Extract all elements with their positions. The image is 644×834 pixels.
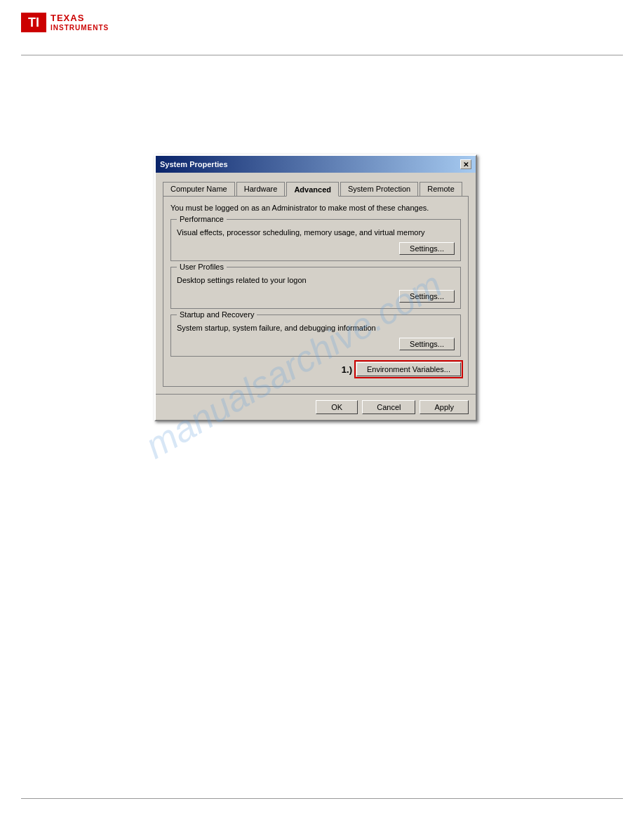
dialog-body: Computer Name Hardware Advanced System P…: [156, 173, 476, 394]
user-profiles-section: User Profiles Desktop settings related t…: [170, 267, 461, 309]
performance-desc: Visual effects, processor scheduling, me…: [177, 228, 455, 237]
top-divider: [21, 55, 623, 55]
tab-computer-name[interactable]: Computer Name: [163, 182, 235, 197]
step-label: 1.): [342, 364, 352, 375]
bottom-divider: [21, 798, 623, 799]
svg-text:TI: TI: [28, 15, 39, 29]
tab-content: You must be logged on as an Administrato…: [163, 196, 469, 387]
performance-legend: Performance: [177, 215, 227, 223]
system-properties-dialog: System Properties ✕ Computer Name Hardwa…: [154, 154, 477, 421]
environment-variables-button[interactable]: Environment Variables...: [356, 362, 461, 376]
close-button[interactable]: ✕: [460, 159, 471, 169]
dialog-title: System Properties: [160, 160, 228, 168]
tab-remote[interactable]: Remote: [420, 182, 462, 197]
cancel-button[interactable]: Cancel: [362, 400, 415, 414]
header: TI TEXAS INSTRUMENTS: [21, 13, 109, 32]
logo-texas: TEXAS: [51, 13, 109, 23]
dialog-window: System Properties ✕ Computer Name Hardwa…: [154, 154, 477, 421]
logo-instruments: INSTRUMENTS: [51, 24, 109, 32]
startup-recovery-legend: Startup and Recovery: [177, 310, 257, 319]
apply-button[interactable]: Apply: [420, 400, 469, 414]
ti-logo-icon: TI: [21, 13, 46, 32]
startup-recovery-section: Startup and Recovery System startup, sys…: [170, 315, 461, 357]
user-profiles-settings-button[interactable]: Settings...: [399, 290, 455, 303]
dialog-titlebar: System Properties ✕: [156, 156, 476, 173]
performance-settings-button[interactable]: Settings...: [399, 242, 455, 255]
tabs-row: Computer Name Hardware Advanced System P…: [163, 178, 469, 196]
ti-logo: TI TEXAS INSTRUMENTS: [21, 13, 109, 32]
user-profiles-desc: Desktop settings related to your logon: [177, 276, 455, 284]
tab-system-protection[interactable]: System Protection: [340, 182, 418, 197]
startup-recovery-settings-button[interactable]: Settings...: [399, 338, 455, 350]
ti-logo-text: TEXAS INSTRUMENTS: [51, 13, 109, 31]
env-variables-row: 1.) Environment Variables...: [170, 362, 461, 376]
tab-hardware[interactable]: Hardware: [236, 182, 286, 197]
user-profiles-legend: User Profiles: [177, 263, 227, 271]
tab-advanced[interactable]: Advanced: [286, 182, 339, 197]
performance-section: Performance Visual effects, processor sc…: [170, 219, 461, 261]
startup-recovery-desc: System startup, system failure, and debu…: [177, 324, 455, 332]
ok-button[interactable]: OK: [316, 400, 358, 414]
admin-note: You must be logged on as an Administrato…: [170, 204, 461, 212]
dialog-buttons: OK Cancel Apply: [156, 394, 476, 420]
